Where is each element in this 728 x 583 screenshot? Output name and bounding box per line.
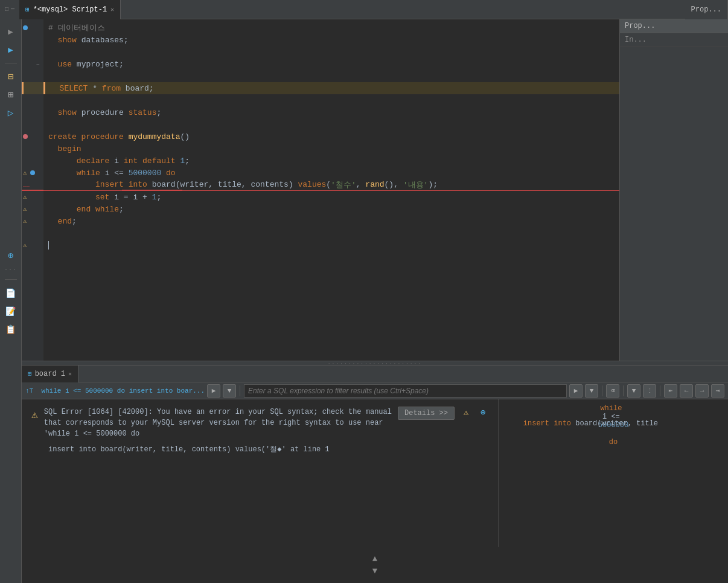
gutter-row-19: ⚠ xyxy=(22,239,43,251)
sidebar-dots: ··· xyxy=(4,266,17,273)
error-header: ⚠ SQL Error [1064] [42000]: You have an … xyxy=(31,407,488,439)
code-line-1: # 데이터베이스 xyxy=(43,22,619,34)
code-line-5 xyxy=(43,70,619,82)
sidebar-divider-1 xyxy=(5,63,17,63)
cursor xyxy=(48,241,49,250)
sidebar-icon-1[interactable]: ▶ xyxy=(4,24,18,39)
right-panel-header: Prop... xyxy=(620,19,728,33)
gutter-row-10 xyxy=(22,130,43,143)
code-line-10: create procedure mydummydata () xyxy=(43,130,619,143)
sidebar-divider-2 xyxy=(5,279,17,280)
sidebar-icon-2[interactable]: ▶ xyxy=(4,42,18,57)
filter-input[interactable] xyxy=(244,384,567,398)
gutter-row-14: __ xyxy=(22,179,43,191)
error-message: SQL Error [1064] [42000]: You have an er… xyxy=(44,407,392,439)
code-line-7 xyxy=(43,94,619,106)
sidebar-icon-file2[interactable]: 📝 xyxy=(4,304,18,318)
error-insert-line: insert into board(writer, title, content… xyxy=(48,444,488,454)
filter-icon-btn[interactable]: ▼ xyxy=(627,384,640,398)
nav-prev-btn[interactable]: ← xyxy=(680,384,693,398)
breakpoint-dot[interactable] xyxy=(23,25,28,30)
gutter-row-4: – xyxy=(22,58,43,70)
filter-dropdown[interactable]: ▼ xyxy=(585,384,598,398)
code-line-3 xyxy=(43,46,619,58)
gutter-row-2 xyxy=(22,34,43,46)
gutter-row-11 xyxy=(22,143,43,155)
gutter-row-12 xyxy=(22,155,43,167)
sidebar-icon-file3[interactable]: 📋 xyxy=(4,322,18,337)
right-panel-section: In... xyxy=(620,33,728,47)
board-tab-close[interactable]: ✕ xyxy=(68,370,72,378)
nav-down-arrow[interactable]: ▼ xyxy=(372,566,377,576)
error-info-icon[interactable]: ⊕ xyxy=(477,407,488,417)
warning-icon-13: ⚠ xyxy=(23,169,27,176)
line-gutter: – xyxy=(22,19,43,361)
script-tab[interactable]: ⊞ *<mysql> Script-1 ✕ xyxy=(19,0,121,19)
tab-close-button[interactable]: ✕ xyxy=(110,6,114,13)
toolbar-sep-4 xyxy=(660,385,660,396)
sidebar-icon-file[interactable]: 📄 xyxy=(4,286,18,300)
toolbar-sep-3 xyxy=(623,385,624,396)
error-right-panel: while i <= 5000000 do insert into board(… xyxy=(499,399,728,547)
warning-icon-16: ⚠ xyxy=(23,205,27,213)
db-icon: ⊞ xyxy=(25,5,30,13)
editor-area: – xyxy=(22,19,728,583)
sidebar-icon-plugin[interactable]: ⊕ xyxy=(4,248,18,263)
code-line-11: begin xyxy=(43,143,619,155)
code-line-4: use myproject; xyxy=(43,58,619,70)
editor-pane: – xyxy=(22,19,728,361)
warning-icon-17: ⚠ xyxy=(23,217,27,225)
code-line-14: insert into board(writer, title, content… xyxy=(43,179,619,191)
tab-label: *<mysql> Script-1 xyxy=(33,5,107,14)
nav-last-btn[interactable]: ⇥ xyxy=(711,384,724,398)
nav-up-arrow[interactable]: ▲ xyxy=(372,554,377,564)
gutter-row-16: ⚠ xyxy=(22,203,43,215)
nav-first-btn[interactable]: ⇤ xyxy=(664,384,677,398)
code-line-12: declare i int default 1 ; xyxy=(43,155,619,167)
code-line-15: set i = i + 1 ; xyxy=(43,191,619,203)
error-warn-icon[interactable]: ⚠ xyxy=(461,407,471,417)
right-panel-tab-label: Prop... xyxy=(691,5,721,14)
gutter-row-9 xyxy=(22,118,43,130)
toolbar-sep-2 xyxy=(602,385,602,396)
stop-btn[interactable]: ▼ xyxy=(223,384,236,398)
error-detail-button[interactable]: Details >> xyxy=(398,407,455,420)
error-warning-icon: ⚠ xyxy=(31,408,38,421)
tab-bar: □ ─ ⊞ *<mysql> Script-1 ✕ Prop... xyxy=(0,0,728,19)
code-editor[interactable]: # 데이터베이스 show databases; use myproject; xyxy=(43,19,619,361)
execute-btn[interactable]: ▶ xyxy=(207,384,220,398)
filter-apply-btn[interactable]: ▶ xyxy=(569,384,583,398)
code-line-6: SELECT * from board; xyxy=(43,82,619,94)
gutter-row-3 xyxy=(22,46,43,58)
board-tab-label: board 1 xyxy=(35,370,65,378)
gutter-row-6 xyxy=(22,82,43,94)
grid-icon: ⊞ xyxy=(28,370,32,378)
clear-filter-btn[interactable]: ⌫ xyxy=(606,384,619,398)
code-line-16: end while ; xyxy=(43,203,619,215)
pane-splitter[interactable]: ······················· xyxy=(22,361,728,366)
options-btn[interactable]: ⋮ xyxy=(643,384,656,398)
sidebar-icon-db[interactable]: ⊟ xyxy=(4,69,18,84)
code-line-17: end ; xyxy=(43,215,619,227)
gutter-row-13: ⚠ xyxy=(22,167,43,179)
error-dot-10 xyxy=(23,134,28,139)
error-section: ⚠ SQL Error [1064] [42000]: You have an … xyxy=(22,399,728,547)
nav-next-btn[interactable]: → xyxy=(695,384,709,398)
sidebar-icon-run[interactable]: ▷ xyxy=(4,106,18,120)
right-panel-tab[interactable]: Prop... xyxy=(685,0,728,19)
dot-13 xyxy=(30,170,35,175)
code-line-9 xyxy=(43,118,619,130)
left-sidebar: ▶ ▶ ⊟ ⊞ ▷ ⊕ ··· 📄 📝 📋 xyxy=(0,19,22,583)
warning-icon-19: ⚠ xyxy=(23,242,27,249)
status-text: ↑T while i <= 5000000 do insert into boa… xyxy=(25,387,205,395)
board-tab[interactable]: ⊞ board 1 ✕ xyxy=(22,366,78,382)
sidebar-icon-table[interactable]: ⊞ xyxy=(4,88,18,102)
bottom-toolbar: ↑T while i <= 5000000 do insert into boa… xyxy=(22,382,728,399)
window-controls[interactable]: □ ─ xyxy=(0,0,19,19)
gutter-row-1 xyxy=(22,22,43,34)
error-left-panel: ⚠ SQL Error [1064] [42000]: You have an … xyxy=(22,399,499,547)
bottom-panel: ⊞ board 1 ✕ ↑T while i <= 5000000 do ins… xyxy=(22,366,728,583)
code-line-8: show procedure status ; xyxy=(43,106,619,118)
code-line-2: show databases; xyxy=(43,34,619,46)
code-line-13: while i <= 5000000 do xyxy=(43,167,619,179)
